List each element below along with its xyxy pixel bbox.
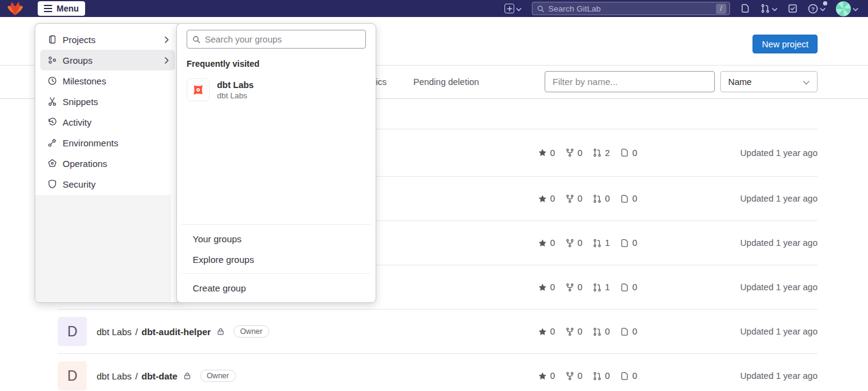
issues-stat[interactable]: 0 xyxy=(620,238,637,248)
forks-stat[interactable]: 0 xyxy=(565,148,582,158)
updated-timestamp: Updated 1 year ago xyxy=(640,148,818,158)
forks-stat[interactable]: 0 xyxy=(565,282,582,292)
menu-item-label: Activity xyxy=(63,117,92,127)
project-title: dbt-audit-helper xyxy=(142,327,211,337)
stars-stat[interactable]: 0 xyxy=(538,194,555,203)
lock-icon xyxy=(183,372,191,380)
issues-button[interactable] xyxy=(740,4,750,13)
project-stats: 0 0 2 0 xyxy=(538,148,640,158)
frequently-visited-heading: Frequently visited xyxy=(187,59,366,69)
stars-stat[interactable]: 0 xyxy=(538,148,555,158)
lock-icon xyxy=(216,327,225,336)
merge-requests-stat[interactable]: 1 xyxy=(593,238,610,248)
merge-requests-dropdown[interactable] xyxy=(760,3,777,14)
todos-button[interactable] xyxy=(788,4,797,13)
new-project-button[interactable]: New project xyxy=(753,35,818,53)
menu-item-security[interactable]: Security xyxy=(40,174,175,194)
issues-icon xyxy=(620,372,629,381)
merge-requests-stat[interactable]: 2 xyxy=(593,148,610,158)
sort-dropdown[interactable]: Name xyxy=(720,71,818,92)
frequent-group-item[interactable]: dbt Labs dbt Labs xyxy=(177,76,376,104)
stars-stat[interactable]: 0 xyxy=(538,371,555,381)
help-dropdown[interactable]: ? xyxy=(808,3,825,14)
fork-icon xyxy=(565,194,574,203)
issues-stat[interactable]: 0 xyxy=(620,371,637,381)
global-search[interactable]: / xyxy=(532,2,730,15)
issues-stat[interactable]: 0 xyxy=(620,148,637,158)
merge-request-icon xyxy=(593,372,602,381)
fork-icon xyxy=(565,283,574,292)
groups-search[interactable] xyxy=(187,30,366,49)
explore-groups-link[interactable]: Explore groups xyxy=(177,249,376,270)
merge-request-icon xyxy=(593,194,602,203)
project-avatar: D xyxy=(58,361,87,390)
star-icon xyxy=(538,148,547,157)
merge-requests-stat[interactable]: 0 xyxy=(593,371,610,381)
menu-item-snippets[interactable]: Snippets xyxy=(40,91,175,112)
menu-item-operations[interactable]: Operations xyxy=(40,153,175,174)
fork-icon xyxy=(565,148,574,157)
group-subtitle: dbt Labs xyxy=(217,91,253,100)
menu-dropdown: Projects Groups Milestones Snippets Acti… xyxy=(35,23,181,303)
search-input[interactable] xyxy=(548,4,712,13)
issues-icon xyxy=(620,327,629,336)
menu-item-milestones[interactable]: Milestones xyxy=(40,70,175,91)
issues-stat[interactable]: 0 xyxy=(620,194,637,203)
flyout-divider xyxy=(182,273,371,274)
merge-requests-stat[interactable]: 0 xyxy=(593,327,610,336)
menu-item-label: Security xyxy=(63,179,95,189)
menu-item-activity[interactable]: Activity xyxy=(40,112,175,132)
menu-button[interactable]: Menu xyxy=(38,1,85,16)
stars-stat[interactable]: 0 xyxy=(538,238,555,248)
project-name[interactable]: dbt Labs / dbt-date Owner xyxy=(97,370,236,382)
project-icon xyxy=(47,35,57,44)
namespace-separator: / xyxy=(136,371,138,381)
menu-item-projects[interactable]: Projects xyxy=(40,29,175,50)
menu-empty-area xyxy=(35,195,171,302)
project-name[interactable]: dbt Labs / dbt-audit-helper Owner xyxy=(97,325,269,338)
issues-stat[interactable]: 0 xyxy=(620,282,637,292)
forks-stat[interactable]: 0 xyxy=(565,371,582,381)
project-stats: 0 0 1 0 xyxy=(538,282,640,292)
group-title: dbt Labs xyxy=(217,80,253,90)
namespace-separator: / xyxy=(136,327,138,337)
updated-timestamp: Updated 1 year ago xyxy=(640,194,818,203)
forks-stat[interactable]: 0 xyxy=(565,238,582,248)
issues-stat[interactable]: 0 xyxy=(620,327,637,336)
merge-requests-stat[interactable]: 0 xyxy=(593,194,610,203)
forks-stat[interactable]: 0 xyxy=(565,327,582,336)
user-avatar xyxy=(836,1,851,16)
sort-dropdown-label: Name xyxy=(728,77,752,87)
menu-item-label: Operations xyxy=(63,158,107,169)
tab-pending-deletion[interactable]: Pending deletion xyxy=(405,65,487,99)
create-group-link[interactable]: Create group xyxy=(177,277,376,298)
hamburger-icon xyxy=(44,5,52,12)
your-groups-link[interactable]: Your groups xyxy=(177,228,376,249)
merge-request-icon xyxy=(593,327,602,336)
menu-item-label: Milestones xyxy=(63,76,106,86)
merge-requests-stat[interactable]: 1 xyxy=(593,282,610,292)
star-icon xyxy=(538,283,547,292)
menu-item-label: Groups xyxy=(63,55,92,66)
stars-stat[interactable]: 0 xyxy=(538,282,555,292)
project-row[interactable]: D dbt Labs / dbt-audit-helper Owner 0 xyxy=(58,310,818,354)
history-icon xyxy=(47,117,57,127)
groups-search-input[interactable] xyxy=(205,35,360,44)
menu-item-environments[interactable]: Environments xyxy=(40,132,175,153)
filter-by-name-input[interactable] xyxy=(545,71,715,92)
project-stats: 0 0 0 0 xyxy=(538,327,640,336)
flyout-divider xyxy=(182,224,371,225)
user-menu[interactable] xyxy=(836,1,858,16)
plus-icon xyxy=(505,4,514,13)
updated-timestamp: Updated 1 year ago xyxy=(640,238,818,248)
forks-stat[interactable]: 0 xyxy=(565,194,582,203)
project-row[interactable]: D dbt Labs / dbt-date Owner 0 0 xyxy=(58,354,818,391)
menu-item-groups[interactable]: Groups xyxy=(40,50,175,70)
issues-icon xyxy=(620,148,629,157)
slash-shortcut-key: / xyxy=(716,4,726,14)
star-icon xyxy=(538,372,547,381)
owner-badge: Owner xyxy=(233,325,269,338)
stars-stat[interactable]: 0 xyxy=(538,327,555,336)
new-menu-button[interactable] xyxy=(505,3,522,14)
gitlab-logo-icon[interactable] xyxy=(7,1,23,16)
